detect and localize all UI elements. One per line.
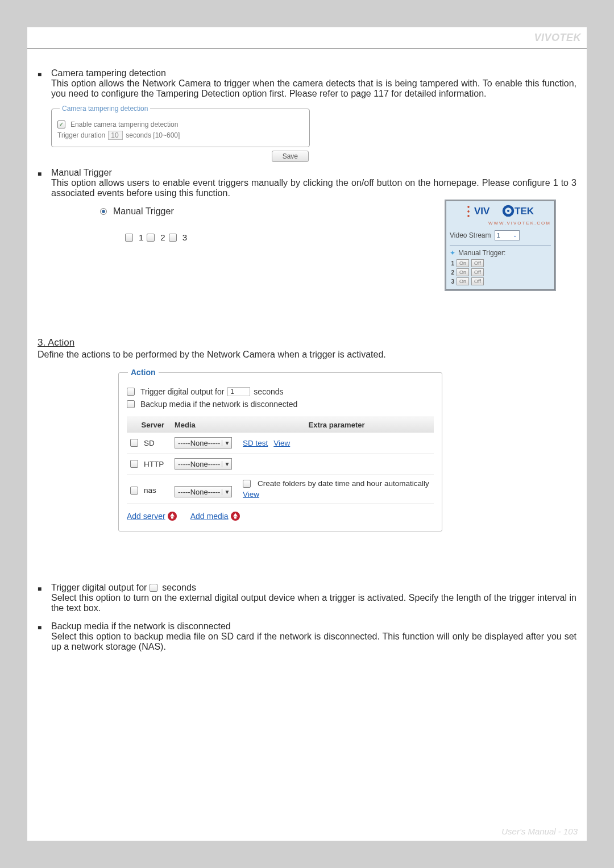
add-server-icon[interactable]	[168, 512, 177, 521]
action-table-header: Server Media Extra parameter	[127, 417, 434, 433]
add-server-link[interactable]: Add server	[127, 512, 165, 521]
tampering-fieldset: Camera tampering detection ✓ Enable came…	[51, 105, 310, 147]
tampering-title: Camera tampering detection	[51, 68, 576, 78]
action-row-sd: SD -----None----- ▼ SD test View	[127, 433, 434, 454]
backup-media-label: Backup media if the network is disconnec…	[140, 400, 297, 409]
mt2-on-button[interactable]: On	[457, 268, 469, 276]
nas-checkbox[interactable]	[130, 487, 138, 495]
divider	[27, 48, 587, 49]
sparkle-icon: ✦	[450, 249, 455, 257]
mt-row-num: 3	[450, 279, 454, 285]
mt1-off-button[interactable]: Off	[471, 259, 484, 267]
trigger-duration-unit: seconds [10~600]	[126, 131, 180, 139]
chevron-down-icon: ⌄	[513, 232, 517, 238]
bullet-icon: ■	[38, 68, 51, 99]
manual-trigger-body: This option allows users to enable event…	[51, 178, 576, 198]
enable-tampering-label: Enable camera tampering detection	[70, 121, 178, 128]
vivotek-logo: VIV TEK WWW.VIVOTEK.COM	[450, 204, 551, 226]
add-media-link[interactable]: Add media	[190, 512, 229, 521]
http-media-value: -----None-----	[178, 460, 220, 468]
nas-view-link[interactable]: View	[243, 490, 259, 499]
sd-media-select[interactable]: -----None----- ▼	[175, 437, 232, 448]
trigger-output-seconds-input[interactable]: 1	[227, 387, 250, 396]
chevron-down-icon: ▼	[222, 489, 230, 495]
chevron-down-icon: ▼	[222, 440, 230, 446]
mt-cb-3[interactable]	[169, 234, 177, 242]
bullet-icon: ■	[38, 621, 51, 652]
bullet-icon: ■	[38, 583, 51, 613]
trigger-output-title-prefix: Trigger digital output for	[51, 583, 150, 592]
nas-create-folders-checkbox[interactable]	[243, 480, 251, 488]
col-media: Media	[171, 421, 239, 429]
trigger-output-suffix: seconds	[254, 387, 283, 396]
manual-trigger-title: Manual Trigger	[51, 168, 576, 178]
mt-cb-2[interactable]	[147, 234, 155, 242]
col-server: Server	[127, 421, 171, 429]
mt-cb-3-label: 3	[182, 232, 187, 242]
tampering-body: This option allows the Network Camera to…	[51, 78, 576, 99]
col-extra: Extra parameter	[239, 421, 434, 429]
video-stream-select[interactable]: 1 ⌄	[495, 230, 520, 240]
action-row-nas: nas -----None----- ▼ Create folders by	[127, 475, 434, 504]
http-checkbox[interactable]	[130, 460, 138, 468]
panel-mt-label: Manual Trigger:	[458, 249, 505, 257]
video-stream-value: 1	[497, 232, 500, 239]
trigger-output-desc: Select this option to turn on the extern…	[51, 593, 576, 613]
panel-mt-row-2: 2 On Off	[450, 268, 551, 276]
action-fieldset: Action Trigger digital output for 1 seco…	[118, 368, 442, 531]
trigger-duration-input[interactable]: 10	[108, 131, 123, 140]
trigger-duration-label: Trigger duration	[57, 131, 105, 139]
manual-trigger-radio[interactable]	[100, 208, 107, 215]
action-row-http: HTTP -----None----- ▼	[127, 454, 434, 475]
sd-checkbox[interactable]	[130, 439, 138, 447]
http-label: HTTP	[144, 460, 164, 468]
mt-row-num: 1	[450, 260, 454, 267]
video-stream-label: Video Stream	[450, 231, 491, 239]
trigger-output-prefix: Trigger digital output for	[140, 387, 224, 396]
trigger-output-title-suffix: seconds	[162, 583, 196, 592]
mt-cb-2-label: 2	[160, 232, 165, 242]
trigger-output-inline-checkbox[interactable]	[150, 584, 157, 592]
bullet-icon: ■	[38, 168, 51, 198]
manual-trigger-radio-label: Manual Trigger	[113, 206, 174, 217]
backup-media-checkbox[interactable]	[127, 400, 135, 408]
http-media-select[interactable]: -----None----- ▼	[175, 458, 232, 470]
svg-text:TEK: TEK	[515, 206, 534, 217]
nas-label: nas	[144, 486, 156, 495]
footer-page: 103	[563, 827, 578, 836]
mt3-on-button[interactable]: On	[457, 277, 469, 285]
panel-mt-row-1: 1 On Off	[450, 259, 551, 267]
nas-create-folders-label: Create folders by date time and hour aut…	[258, 479, 429, 488]
chevron-down-icon: ▼	[222, 461, 230, 467]
sd-media-value: -----None-----	[178, 439, 220, 447]
nas-media-value: -----None-----	[178, 488, 220, 496]
backup-media-desc: Select this option to backup media file …	[51, 632, 576, 652]
mt-cb-1-label: 1	[139, 232, 143, 242]
sd-label: SD	[144, 439, 155, 447]
mt2-off-button[interactable]: Off	[471, 268, 484, 276]
homepage-preview-panel: VIV TEK WWW.VIVOTEK.COM Video Stream 1 ⌄	[445, 200, 556, 291]
panel-mt-row-3: 3 On Off	[450, 277, 551, 285]
backup-media-title: Backup media if the network is disconnec…	[51, 621, 576, 632]
nas-media-select[interactable]: -----None----- ▼	[175, 486, 232, 497]
svg-text:VIV: VIV	[474, 206, 490, 217]
save-button[interactable]: Save	[272, 151, 309, 162]
add-media-icon[interactable]	[231, 512, 240, 521]
tampering-legend: Camera tampering detection	[60, 105, 150, 113]
mt-row-num: 2	[450, 269, 454, 276]
mt3-off-button[interactable]: Off	[471, 277, 484, 285]
enable-tampering-checkbox[interactable]: ✓	[57, 121, 65, 128]
mt1-on-button[interactable]: On	[457, 259, 469, 267]
brand-header: VIVOTEK	[27, 27, 587, 48]
page-footer: User's Manual - 103	[501, 827, 578, 836]
sd-view-link[interactable]: View	[273, 439, 290, 447]
action-heading: 3. Action	[38, 337, 576, 348]
action-legend: Action	[128, 368, 159, 377]
mt-cb-1[interactable]	[125, 234, 133, 242]
footer-label: User's Manual -	[501, 827, 563, 836]
svg-point-2	[507, 210, 509, 212]
action-lead: Define the actions to be performed by th…	[38, 350, 576, 360]
sd-test-link[interactable]: SD test	[243, 439, 268, 447]
vivotek-url: WWW.VIVOTEK.COM	[450, 221, 551, 226]
trigger-output-checkbox[interactable]	[127, 388, 135, 396]
